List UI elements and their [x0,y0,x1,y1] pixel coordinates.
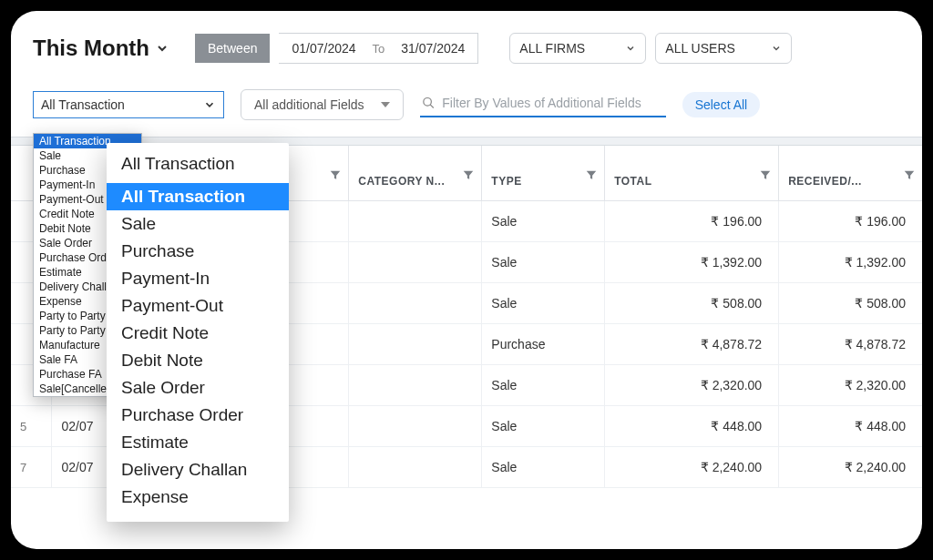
transaction-type-label: All Transaction [41,97,125,112]
popover-option[interactable]: Purchase [107,238,289,265]
cell-type: Purchase [482,324,605,365]
popover-option[interactable]: Debit Note [107,347,289,374]
cell-total: ₹ 2,320.00 [605,365,779,406]
popover-option[interactable]: Expense [107,484,289,511]
date-from-input[interactable]: 01/07/2024 [279,34,368,63]
cell-received: ₹ 196.00 [779,201,922,242]
filters-row: All Transaction All additional Fields Se… [11,73,922,124]
popover-option[interactable]: Payment-Out [107,292,289,320]
additional-fields-label: All additional Fields [254,97,364,112]
filter-icon[interactable] [330,169,341,183]
cell-total: ₹ 2,240.00 [605,447,779,488]
col-total[interactable]: TOTAL [605,146,779,201]
cell-received: ₹ 448.00 [779,406,922,447]
period-label: This Month [33,36,149,61]
cell-category [349,201,482,242]
additional-fields-dropdown[interactable]: All additional Fields [241,89,404,120]
chevron-down-icon [203,98,216,111]
filter-input-wrap [420,92,666,117]
cell-index: 7 [11,447,52,488]
filter-icon[interactable] [586,169,597,183]
popover-option[interactable]: Sale [107,210,289,238]
chevron-down-icon [155,41,169,56]
chevron-down-icon [771,43,782,54]
cell-received: ₹ 1,392.00 [779,242,922,283]
cell-category [349,406,482,447]
cell-total: ₹ 196.00 [605,201,779,242]
svg-point-1 [423,98,431,107]
filter-icon[interactable] [760,169,771,183]
date-range: 01/07/2024 To 31/07/2024 [279,33,478,64]
users-dropdown[interactable]: ALL USERS [655,33,792,64]
cell-category [349,283,482,324]
period-dropdown[interactable]: This Month [33,36,169,61]
app-window: This Month Between 01/07/2024 To 31/07/2… [11,11,922,549]
cell-total: ₹ 1,392.00 [605,242,779,283]
top-toolbar: This Month Between 01/07/2024 To 31/07/2… [11,11,922,73]
col-received[interactable]: RECEIVED/... [779,146,922,201]
col-category[interactable]: CATEGORY N... [349,146,482,201]
users-label: ALL USERS [665,41,735,56]
popover-option[interactable]: All Transaction [107,183,289,210]
filter-icon[interactable] [463,169,474,183]
cell-received: ₹ 2,240.00 [779,447,922,488]
popover-option[interactable]: Purchase Order [107,402,289,429]
col-type[interactable]: TYPE [482,146,605,201]
cell-type: Sale [482,201,605,242]
cell-type: Sale [482,242,605,283]
date-to-input[interactable]: 31/07/2024 [388,34,477,63]
cell-received: ₹ 2,320.00 [779,365,922,406]
select-all-button[interactable]: Select All [682,92,761,117]
firms-dropdown[interactable]: ALL FIRMS [509,33,646,64]
cell-total: ₹ 448.00 [605,406,779,447]
transaction-type-dropdown[interactable]: All Transaction [33,91,224,118]
filter-icon[interactable] [904,169,915,183]
cell-received: ₹ 4,878.72 [779,324,922,365]
popover-option[interactable]: Sale Order [107,374,289,402]
popover-option[interactable]: Delivery Challan [107,456,289,484]
cell-type: Sale [482,447,605,488]
filter-input[interactable] [442,96,663,110]
cell-type: Sale [482,283,605,324]
firms-label: ALL FIRMS [519,41,585,56]
cell-category [349,447,482,488]
popover-option[interactable]: Payment-In [107,265,289,292]
cell-type: Sale [482,365,605,406]
date-to-label: To [369,42,389,56]
cell-total: ₹ 508.00 [605,283,779,324]
popover-title: All Transaction [107,152,289,183]
cell-category [349,242,482,283]
cell-index: 5 [11,406,52,447]
transaction-type-popover[interactable]: All Transaction All TransactionSalePurch… [107,143,289,522]
cell-received: ₹ 508.00 [779,283,922,324]
cell-type: Sale [482,406,605,447]
between-button[interactable]: Between [195,34,270,63]
cell-category [349,324,482,365]
cell-total: ₹ 4,878.72 [605,324,779,365]
triangle-down-icon [381,100,390,109]
popover-option[interactable]: Estimate [107,429,289,456]
search-icon [422,96,436,110]
svg-line-2 [430,105,434,108]
svg-marker-0 [381,102,390,107]
cell-category [349,365,482,406]
chevron-down-icon [625,43,636,54]
popover-option[interactable]: Credit Note [107,320,289,347]
